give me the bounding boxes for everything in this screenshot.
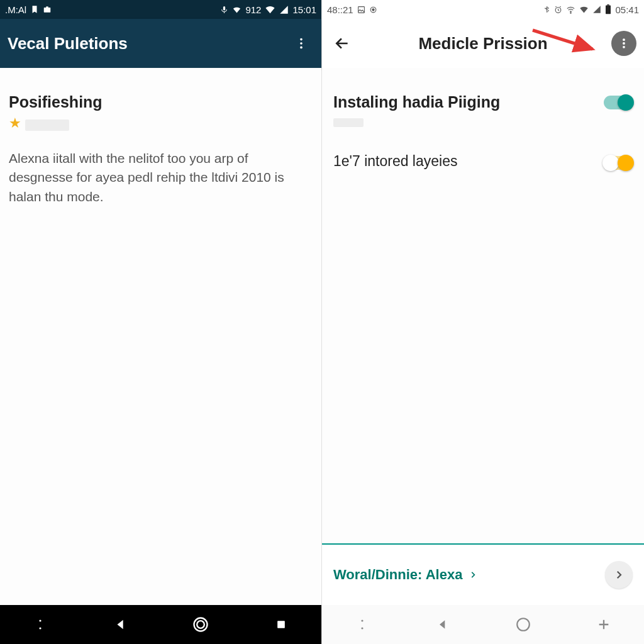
chevron-right-icon <box>613 569 625 580</box>
next-fab[interactable] <box>605 561 633 589</box>
toggle-2[interactable] <box>604 156 633 170</box>
status-time-right: 05:41 <box>615 4 639 15</box>
nav-back-icon <box>436 618 449 631</box>
setting-1-label: Instaling hadia Piiging <box>333 93 500 111</box>
svg-point-23 <box>361 619 363 621</box>
toggle-knob <box>602 155 619 171</box>
svg-rect-2 <box>223 6 225 11</box>
nav-bar-left <box>0 605 321 644</box>
svg-point-4 <box>300 38 303 41</box>
wifi-icon <box>232 5 242 14</box>
arrow-back-icon <box>334 35 350 52</box>
phone-left: .M:Al 912 <box>0 0 322 644</box>
svg-point-20 <box>623 42 625 45</box>
nav-recent-icon <box>275 618 287 631</box>
redacted-bar <box>25 119 69 131</box>
toggle-1[interactable] <box>604 96 633 109</box>
redacted-bar <box>333 118 364 127</box>
wifi-full-icon <box>579 5 589 14</box>
svg-rect-12 <box>358 6 364 13</box>
svg-point-6 <box>300 47 303 49</box>
svg-rect-0 <box>44 8 51 13</box>
svg-point-8 <box>39 627 41 629</box>
target-icon <box>369 6 377 14</box>
wifi-full-icon <box>265 4 275 15</box>
battery-icon <box>605 4 611 14</box>
nav-home-icon <box>515 616 531 633</box>
status-left-text: 48::21 <box>327 4 353 15</box>
briefcase-icon <box>43 5 52 14</box>
nav-add-button[interactable] <box>589 609 619 640</box>
section-title: Posifieshing <box>9 93 313 111</box>
more-vert-button[interactable] <box>289 31 314 56</box>
nav-menu-button[interactable] <box>347 609 377 640</box>
nav-home-button[interactable] <box>508 609 538 640</box>
status-bar-left: .M:Al 912 <box>0 0 321 19</box>
dual-phone-container: .M:Al 912 <box>0 0 644 644</box>
chevron-right-small-icon <box>469 570 477 579</box>
bottom-link-label: Woral/Dinnie: Alexa <box>333 567 462 583</box>
app-title-right: Medicle Prission <box>355 34 611 53</box>
mic-icon <box>220 6 228 14</box>
bottom-link-bar[interactable]: Woral/Dinnie: Alexa <box>322 543 644 605</box>
svg-point-14 <box>372 8 374 10</box>
svg-point-9 <box>194 618 208 631</box>
nav-back-button[interactable] <box>106 609 136 640</box>
cell-signal-icon <box>279 5 289 14</box>
star-icon: ★ <box>9 115 21 131</box>
plus-icon <box>597 618 611 631</box>
svg-point-7 <box>39 619 41 621</box>
content-left: Posifieshing ★ Alexna iitall with the ne… <box>0 68 321 605</box>
nav-bar-right <box>322 605 644 644</box>
picture-icon <box>357 6 365 14</box>
svg-rect-18 <box>608 4 609 6</box>
app-bar-right: Medicle Prission <box>322 19 644 68</box>
status-number: 912 <box>245 4 261 15</box>
nav-menu-icon <box>360 618 365 631</box>
status-bar-right: 48::21 <box>322 0 644 19</box>
bookmark-icon <box>30 5 39 14</box>
toggle-knob <box>618 94 634 111</box>
app-title-left: Vecal Puletions <box>8 34 289 53</box>
back-button[interactable] <box>330 31 355 56</box>
nav-home-icon <box>192 616 209 633</box>
svg-point-5 <box>300 42 303 45</box>
more-button-right[interactable] <box>611 31 636 56</box>
status-carrier-text: .M:Al <box>5 4 26 15</box>
nav-recent-button[interactable] <box>266 609 296 640</box>
setting-row-2[interactable]: 1e'7 intored layeies <box>333 153 633 170</box>
phone-right: 48::21 <box>322 0 644 644</box>
svg-point-24 <box>361 627 363 629</box>
nav-menu-button[interactable] <box>25 609 55 640</box>
status-time: 15:01 <box>292 4 316 15</box>
more-vert-icon <box>618 37 630 50</box>
toggle-knob-color <box>618 155 634 171</box>
svg-rect-11 <box>277 621 285 628</box>
content-right: Instaling hadia Piiging 1e'7 intored lay… <box>322 68 644 543</box>
setting-2-label: 1e'7 intored layeies <box>333 153 457 170</box>
svg-rect-17 <box>606 6 611 14</box>
rating-row: ★ <box>9 115 313 131</box>
nav-home-button[interactable] <box>186 609 216 640</box>
svg-rect-1 <box>46 6 48 8</box>
svg-point-25 <box>517 618 530 631</box>
nav-back-icon <box>114 618 128 631</box>
nav-back-button[interactable] <box>428 609 458 640</box>
app-bar-left: Vecal Puletions <box>0 19 321 68</box>
section-body: Alexna iitall with the nelitof too you a… <box>9 149 313 206</box>
nav-menu-icon <box>38 618 43 631</box>
svg-point-10 <box>197 621 205 628</box>
alarm-icon <box>554 6 562 14</box>
svg-point-19 <box>623 38 625 41</box>
cell-signal-icon <box>592 5 601 14</box>
more-vert-icon <box>294 36 308 50</box>
wifi-outline-icon <box>566 5 575 14</box>
setting-row-1[interactable]: Instaling hadia Piiging <box>333 93 633 128</box>
svg-point-21 <box>623 46 625 48</box>
svg-point-16 <box>570 12 571 13</box>
bluetooth-icon <box>543 5 550 14</box>
